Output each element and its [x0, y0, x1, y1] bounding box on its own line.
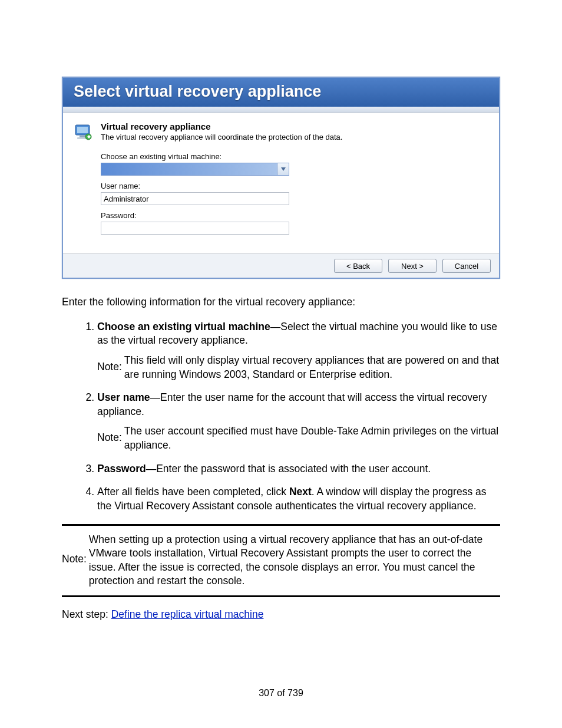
list-item: After all fields have been completed, cl…	[97, 485, 500, 513]
next-step-label: Next step:	[62, 608, 111, 620]
svg-rect-1	[77, 127, 88, 133]
section-title: Virtual recovery appliance	[101, 121, 488, 131]
page-number: 307 of 739	[0, 688, 562, 699]
list-item: Password—Enter the password that is asso…	[97, 462, 500, 476]
item-label: Password	[97, 463, 146, 475]
item-label: User name	[97, 391, 150, 403]
next-step-link[interactable]: Define the replica virtual machine	[111, 608, 264, 620]
back-button[interactable]: < Back	[334, 259, 382, 273]
dialog-footer: < Back Next > Cancel	[63, 253, 499, 278]
note-text: This field will only display virtual rec…	[124, 354, 500, 381]
item-desc: —Enter the user name for the account tha…	[97, 391, 487, 417]
wizard-dialog: Select virtual recovery appliance Virtua…	[62, 77, 500, 279]
item-bold: Next	[289, 486, 312, 498]
choose-vm-label: Choose an existing virtual machine:	[101, 152, 488, 161]
user-name-input[interactable]: Administrator	[101, 192, 289, 205]
dialog-subheader	[63, 107, 499, 113]
dialog-body: Virtual recovery appliance The virtual r…	[63, 113, 499, 253]
password-input[interactable]	[101, 222, 289, 235]
dialog-title: Select virtual recovery appliance	[63, 78, 499, 107]
cancel-button[interactable]: Cancel	[442, 259, 491, 273]
note-block: Note: The user account specified must ha…	[97, 424, 500, 452]
list-item: Choose an existing virtual machine—Selec…	[97, 320, 500, 382]
user-name-label: User name:	[101, 182, 488, 190]
choose-vm-value[interactable]	[101, 163, 277, 176]
item-label: Choose an existing virtual machine	[97, 321, 270, 332]
callout-note: Note: When setting up a protection using…	[62, 524, 500, 598]
password-label: Password:	[101, 211, 488, 220]
chevron-down-icon[interactable]	[277, 163, 289, 176]
item-text: After all fields have been completed, cl…	[97, 486, 289, 498]
note-text: The user account specified must have Dou…	[124, 424, 500, 452]
note-text: When setting up a protection using a vir…	[89, 533, 500, 589]
intro-text: Enter the following information for the …	[62, 295, 500, 309]
computer-icon	[74, 123, 92, 141]
note-block: Note: This field will only display virtu…	[97, 354, 500, 381]
list-item: User name—Enter the user name for the ac…	[97, 391, 500, 453]
note-label: Note:	[62, 533, 87, 589]
svg-rect-2	[80, 136, 85, 137]
section-description: The virtual recovery appliance will coor…	[101, 133, 488, 141]
item-desc: —Enter the password that is associated w…	[146, 463, 431, 475]
choose-vm-combobox[interactable]	[101, 163, 289, 176]
note-label: Note:	[97, 354, 122, 381]
next-step: Next step: Define the replica virtual ma…	[62, 608, 500, 622]
instruction-list: Choose an existing virtual machine—Selec…	[62, 320, 500, 513]
note-label: Note:	[97, 424, 122, 452]
next-button[interactable]: Next >	[388, 259, 437, 273]
